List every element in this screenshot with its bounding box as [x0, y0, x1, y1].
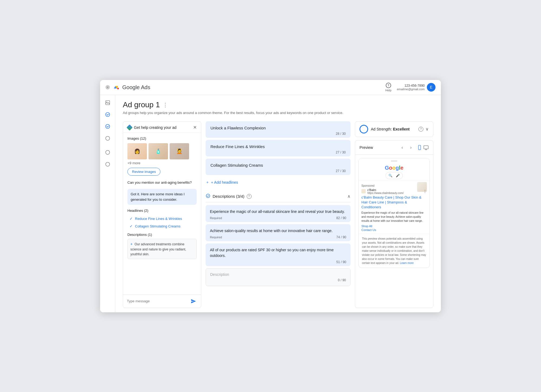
main-layout: Ad group 1 ⋮ Ad groups help you organize… — [100, 95, 441, 312]
sidebar-item-check2[interactable] — [104, 123, 111, 130]
description-text-3: All of our products are rated SPF 30 or … — [210, 247, 346, 259]
description-item-2[interactable]: Achieve salon-quality results at home wi… — [206, 224, 351, 241]
image-thumb-1[interactable]: 👩 — [127, 143, 147, 159]
page-header: Ad group 1 ⋮ Ad groups help you organize… — [115, 95, 441, 117]
description-item-empty[interactable]: Description 0 / 90 — [206, 268, 351, 286]
descriptions-title-text: Descriptions (3/4) — [213, 194, 245, 199]
ad-link-2[interactable]: Contact Us — [361, 228, 427, 232]
ad-description-preview: Experience the magic of our all-natural … — [361, 211, 427, 223]
sidebar-item-image[interactable] — [104, 99, 111, 106]
more-options-icon[interactable]: ⋮ — [163, 102, 168, 108]
headline-text-1: Unlock a Flawless Complexion — [210, 126, 346, 130]
mobile-device-icon[interactable] — [417, 145, 422, 150]
svg-point-9 — [105, 162, 110, 166]
ai-sparkle-icon — [127, 124, 133, 130]
svg-point-8 — [105, 150, 110, 154]
headline-item-3[interactable]: Collagen Stimulating Creams 27 / 30 — [206, 159, 351, 175]
desktop-device-icon[interactable] — [423, 145, 429, 150]
descriptions-info-icon[interactable]: ? — [247, 194, 252, 199]
page-subtitle: Ad groups help you organize your ads aro… — [123, 111, 433, 115]
strength-circle-icon — [359, 125, 368, 133]
ai-input-area — [123, 294, 201, 308]
image-thumb-3[interactable]: 💆 — [170, 143, 189, 159]
send-button[interactable] — [190, 297, 197, 305]
add-headlines-button[interactable]: ＋ + Add headlines — [206, 177, 351, 187]
description-suggestion-1[interactable]: + Our advanced treatments combine scienc… — [127, 239, 197, 259]
preview-body: Google 🔍 🎤 — [355, 155, 433, 272]
description-item-3[interactable]: All of our products are rated SPF 30 or … — [206, 243, 351, 266]
desc-empty-count: 0 / 90 — [338, 278, 346, 282]
descriptions-collapse-icon[interactable]: ∧ — [347, 194, 351, 199]
ai-response-text: Got it. Here are some more ideas I gener… — [127, 189, 197, 205]
close-button[interactable]: × — [105, 85, 110, 89]
top-bar: × Google Ads ? Help 123-456-7890 emailme… — [100, 80, 441, 95]
ad-preview-content: Sponsored c'Balm https://www.cbalmbeauty… — [359, 183, 430, 234]
sidebar-item-circle3[interactable] — [104, 161, 111, 167]
ad-strength-section: Ad Strength: Excellent ? ∨ — [355, 121, 433, 137]
headline-item-2[interactable]: Reduce Fine Lines & Wrinkles 27 / 30 — [206, 140, 351, 156]
google-logo-preview: Google — [385, 165, 404, 171]
mic-icon: 🎤 — [396, 174, 400, 177]
sidebar-item-circle2[interactable] — [104, 149, 111, 156]
google-ads-logo-icon — [113, 84, 119, 90]
preview-prev-button[interactable]: ‹ — [398, 144, 406, 151]
image-placeholder-2: 🧴 — [149, 143, 168, 159]
help-button[interactable]: ? Help — [385, 83, 392, 92]
app-title: Google Ads — [122, 84, 150, 91]
disclaimer-text: This preview shows potential ads assembl… — [362, 237, 426, 264]
preview-next-button[interactable]: › — [407, 144, 415, 151]
preview-section: Preview ‹ › — [355, 140, 433, 308]
headline-suggestion-1-text: Reduce Fine Lines & Wrinkles — [135, 217, 182, 221]
images-grid: 👩 🧴 💆 — [127, 143, 197, 159]
image-thumb-2[interactable]: 🧴 — [149, 143, 168, 159]
mock-phone-top: Google 🔍 🎤 — [359, 158, 430, 181]
add-headline-label: + Add headlines — [211, 180, 238, 185]
content-area: Ad group 1 ⋮ Ad groups help you organize… — [115, 95, 441, 312]
strength-info-icon[interactable]: ? — [418, 127, 423, 132]
learn-more-link[interactable]: Learn more — [400, 262, 414, 264]
description-text-1: Experience the magic of our all-natural … — [210, 209, 346, 215]
desc-count-3: 51 / 90 — [336, 260, 346, 264]
strength-collapse-icon[interactable]: ∨ — [425, 126, 429, 132]
user-info: 123-456-7890 emailme@gmail.com E — [397, 83, 436, 92]
desc-meta-2: Required 74 / 90 — [210, 235, 346, 239]
headline-suggestion-1[interactable]: ✓ Reduce Fine Lines & Wrinkles — [127, 215, 197, 222]
required-label-2: Required — [210, 236, 222, 239]
desc-count-1: 82 / 90 — [336, 216, 346, 220]
ai-panel-header: Get help creating your ad ✕ — [123, 122, 201, 133]
user-email: emailme@gmail.com — [397, 88, 425, 91]
svg-point-12 — [419, 149, 420, 149]
headline-text-2: Reduce Fine Lines & Wrinkles — [210, 144, 346, 149]
svg-point-2 — [117, 88, 119, 89]
headline-count-2: 27 / 30 — [210, 150, 346, 154]
headline-count-3: 27 / 30 — [210, 169, 346, 173]
desc-empty-meta: 0 / 90 — [210, 278, 346, 282]
svg-rect-3 — [105, 100, 110, 105]
ad-more-options-icon[interactable]: ⋮ — [423, 189, 427, 193]
review-images-button[interactable]: Review images — [127, 168, 160, 176]
svg-point-10 — [206, 194, 210, 198]
headline-suggestion-2[interactable]: ✓ Collagen Stimulating Creams — [127, 222, 197, 230]
headline-item-1[interactable]: Unlock a Flawless Complexion 28 / 30 — [206, 121, 351, 138]
ad-link-1[interactable]: Shop All — [361, 225, 427, 228]
page-title-row: Ad group 1 ⋮ — [123, 100, 433, 109]
ai-message-input[interactable] — [127, 299, 187, 303]
sidebar-item-circle1[interactable] — [104, 135, 111, 142]
ai-panel-close[interactable]: ✕ — [193, 125, 197, 130]
user-avatar[interactable]: E — [427, 83, 436, 92]
sidebar-item-check1[interactable] — [104, 111, 111, 118]
ai-panel-body: Images (12) 👩 🧴 💆 — [123, 133, 201, 294]
top-right-area: ? Help 123-456-7890 emailme@gmail.com E — [385, 83, 436, 92]
images-section: Images (12) 👩 🧴 💆 — [127, 136, 197, 180]
user-phone: 123-456-7890 — [404, 84, 425, 88]
ad-headline-preview: c'Balm Beauty Care | Shop Our Skin & Hai… — [361, 195, 427, 210]
plus-icon: + — [130, 242, 133, 246]
svg-rect-13 — [424, 146, 428, 149]
description-item-1[interactable]: Experience the magic of our all-natural … — [206, 205, 351, 222]
svg-point-7 — [105, 136, 110, 140]
brand-info: c'Balm https://www.cbalmbeauty.com/ — [367, 188, 421, 195]
strength-label: Ad Strength: Excellent — [371, 127, 410, 131]
descriptions-check-icon — [206, 193, 210, 199]
brand-favicon — [361, 189, 366, 193]
brand-url: https://www.cbalmbeauty.com/ — [367, 192, 421, 195]
